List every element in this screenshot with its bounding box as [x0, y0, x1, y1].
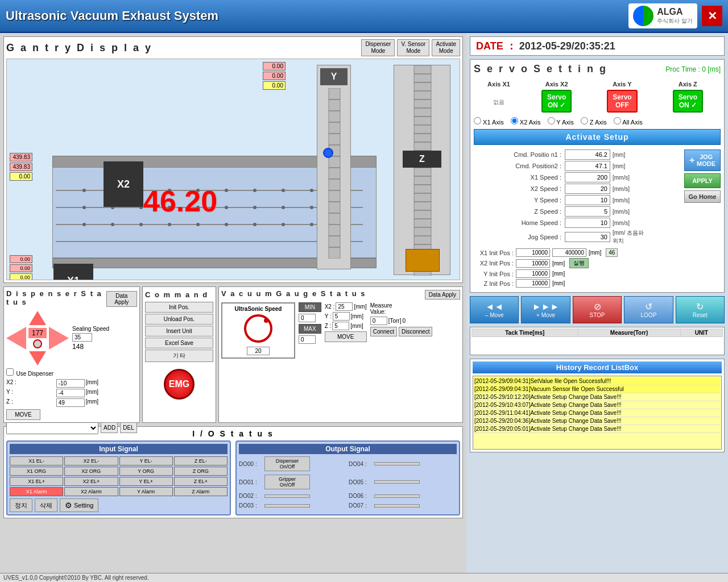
connect-button[interactable]: Connect [370, 327, 397, 336]
stop-button[interactable]: 정지 [10, 498, 32, 512]
radio-x1[interactable] [474, 117, 481, 124]
x1-init-val1[interactable] [516, 248, 550, 257]
radio-all[interactable] [614, 117, 621, 124]
history-list[interactable]: [2012-05-29/09:04:31]SetValue file Open … [473, 376, 722, 450]
do05-btn[interactable] [374, 480, 420, 484]
input-z-el-plus[interactable]: Z EL+ [174, 477, 228, 486]
home-speed-input[interactable] [565, 218, 610, 228]
measure-value-input[interactable] [370, 317, 387, 325]
do01-btn[interactable]: GripperOn/Off [264, 475, 310, 489]
use-dispenser-checkbox[interactable] [6, 368, 14, 376]
input-x2-el-plus[interactable]: X2 EL+ [64, 477, 118, 486]
vac-z-label: Z : [325, 323, 332, 329]
input-y-el-minus[interactable]: Y EL- [119, 456, 173, 465]
radio-z-label[interactable]: Z Axis [581, 117, 607, 126]
delete-button[interactable]: 삭제 [35, 498, 57, 512]
do07-btn[interactable] [374, 504, 420, 508]
do02-btn[interactable] [264, 494, 310, 498]
vacuum-data-apply-button[interactable]: Data Apply [425, 290, 460, 300]
input-x2-el-minus[interactable]: X2 EL- [64, 456, 118, 465]
radio-all-label[interactable]: All Axis [614, 117, 643, 126]
unload-pos-button[interactable]: Unload Pos. [145, 314, 213, 325]
reset-button[interactable]: ↻ Reset [676, 296, 725, 323]
emg-button[interactable]: EMG [164, 369, 195, 400]
input-x1-el-plus[interactable]: X1 EL+ [10, 477, 63, 486]
apply-button[interactable]: APPLY [684, 173, 721, 188]
vac-z-input[interactable] [332, 322, 349, 330]
y-speed-input[interactable] [565, 195, 610, 205]
add-button[interactable]: ADD [101, 422, 118, 433]
radio-x2-label[interactable]: X2 Axis [511, 117, 541, 126]
loop-button[interactable]: ↺ LOOP [624, 296, 673, 323]
vac-y-input[interactable] [333, 312, 350, 321]
excel-save-button[interactable]: Excel Save [145, 338, 213, 348]
sealing-speed-input[interactable] [72, 333, 92, 342]
radio-x2[interactable] [511, 117, 518, 124]
input-x1-el-minus[interactable]: X1 EL- [10, 456, 63, 465]
input-x1-org[interactable]: X1 ORG [10, 467, 63, 476]
dispenser-mode-button[interactable]: DispenserMode [361, 39, 395, 56]
input-x2-org[interactable]: X2 ORG [64, 467, 118, 476]
x1-init-val2[interactable] [552, 248, 586, 257]
activate-setup-button[interactable]: Activate Setup [474, 129, 721, 145]
input-x1-alarm[interactable]: X1 Alarm [10, 487, 63, 496]
input-z-el-minus[interactable]: Z EL- [174, 456, 228, 465]
x2-speed-input[interactable] [565, 184, 610, 194]
stop-nav-button[interactable]: ⊘ STOP [573, 296, 622, 323]
do06-btn[interactable] [374, 494, 420, 498]
x1-speed-input[interactable] [565, 172, 610, 182]
input-y-el-plus[interactable]: Y EL+ [119, 477, 173, 486]
svg-point-10 [253, 189, 257, 192]
cmd-pos1-input[interactable] [565, 149, 610, 160]
radio-y-label[interactable]: Y Axis [548, 117, 574, 126]
input-z-org[interactable]: Z ORG [174, 467, 228, 476]
arrow-down[interactable] [29, 351, 46, 365]
radio-x1-label[interactable]: X1 Axis [474, 117, 504, 126]
arrow-right[interactable] [49, 327, 69, 350]
input-y-org[interactable]: Y ORG [119, 467, 173, 476]
etc-button[interactable]: 기 타 [145, 350, 213, 362]
z-init-val1[interactable] [516, 279, 550, 288]
dispenser-data-apply-button[interactable]: Data Apply [106, 291, 137, 307]
do04-btn[interactable] [374, 462, 420, 465]
cmd-pos2-input[interactable] [565, 161, 610, 171]
v-sensor-mode-button[interactable]: V. SensorMode [397, 39, 429, 56]
vac-x2-input[interactable] [336, 302, 353, 311]
move-back-button[interactable]: ◄◄ – Move [470, 296, 519, 323]
jog-speed-input[interactable] [565, 232, 610, 242]
do00-btn[interactable]: DispenserOn/Off [264, 456, 310, 471]
max-button[interactable]: MAX [299, 324, 321, 334]
dispenser-select[interactable] [6, 422, 98, 434]
radio-z[interactable] [581, 117, 588, 124]
y-init-val1[interactable] [516, 269, 550, 278]
setting-button[interactable]: ⚙ Setting [60, 498, 98, 512]
min-button[interactable]: MIN [299, 302, 321, 312]
insert-unit-button[interactable]: Insert Unit [145, 326, 213, 336]
input-z-alarm[interactable]: Z Alarm [174, 487, 228, 496]
init-pos-button[interactable]: Init Pos. [145, 302, 213, 313]
x2-input[interactable] [56, 379, 85, 388]
z-speed-input[interactable] [565, 206, 610, 217]
arrow-up[interactable] [29, 311, 46, 325]
vacuum-move-button[interactable]: MOVE [325, 331, 367, 342]
arrow-left[interactable] [6, 327, 26, 350]
del-button[interactable]: DEL [120, 422, 137, 433]
min-value-input[interactable] [299, 314, 316, 322]
execute-button[interactable]: 실행 [569, 258, 589, 268]
activate-mode-button[interactable]: ActivateMode [432, 39, 460, 56]
ultrasonic-speed-input[interactable] [247, 347, 270, 355]
close-button[interactable]: ✕ [702, 6, 722, 26]
input-y-alarm[interactable]: Y Alarm [119, 487, 173, 496]
move-fwd-button[interactable]: ►►► + Move [521, 296, 570, 323]
max-value-input[interactable] [299, 335, 316, 344]
disconnect-button[interactable]: Disconnect [399, 327, 432, 336]
input-x2-alarm[interactable]: X2 Alarm [64, 487, 118, 496]
jog-mode-button[interactable]: ✛ JOGMODE [684, 149, 721, 171]
go-home-button[interactable]: Go Home [684, 190, 721, 203]
z-input[interactable] [56, 398, 85, 407]
do03-btn[interactable] [264, 504, 310, 508]
x2-init-val1[interactable] [516, 259, 550, 268]
dispenser-move-button[interactable]: MOVE [6, 409, 40, 420]
radio-y[interactable] [548, 117, 555, 124]
y-input[interactable] [56, 389, 85, 397]
